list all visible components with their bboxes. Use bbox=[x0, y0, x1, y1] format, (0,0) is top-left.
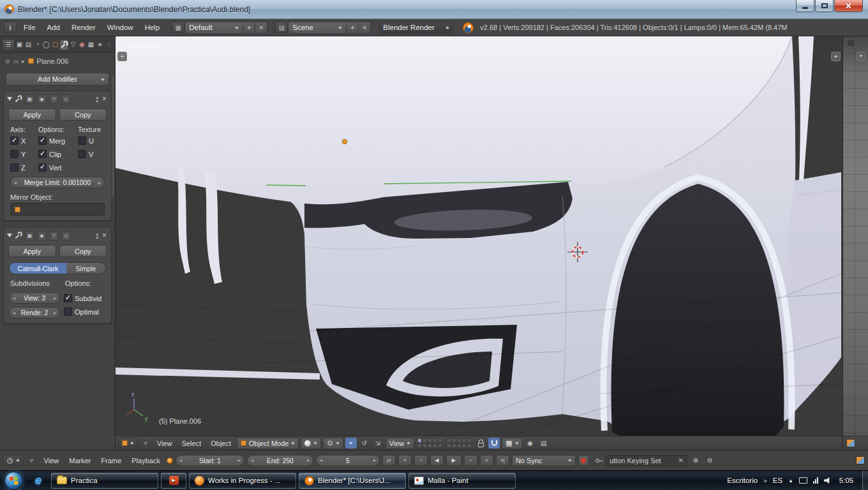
lock-button[interactable] bbox=[475, 438, 486, 449]
menu-help[interactable]: Help bbox=[140, 24, 165, 31]
editor-type-properties-icon[interactable]: ☰ bbox=[2, 39, 15, 50]
properties-tab-object[interactable]: ▢ bbox=[51, 39, 59, 50]
expand-triangle-icon[interactable] bbox=[7, 234, 12, 240]
insert-keyframe-button[interactable]: ⊕ bbox=[690, 455, 701, 466]
desktop-toolbar-label[interactable]: Escritorio bbox=[727, 477, 758, 484]
modifier-view-toggle[interactable]: ◉ bbox=[37, 231, 47, 241]
checkbox-texture-u[interactable]: U bbox=[78, 137, 106, 145]
scene-selector[interactable]: Scene bbox=[288, 22, 347, 34]
opengl-render-anim-button[interactable]: ▤ bbox=[538, 438, 550, 449]
frame-end-field[interactable]: End: 250 bbox=[247, 455, 313, 466]
viewport-menu-object[interactable]: Object bbox=[207, 440, 235, 447]
modifier-render-toggle[interactable]: ▣ bbox=[25, 94, 34, 104]
modifier-cage-toggle[interactable]: ◇ bbox=[61, 94, 71, 104]
modifier-cage-toggle[interactable]: ◇ bbox=[61, 231, 71, 241]
clear-keying-set-icon[interactable]: ✕ bbox=[678, 457, 684, 464]
viewport-shading-selector[interactable] bbox=[301, 438, 321, 449]
modifier-edit-toggle[interactable]: ▽ bbox=[49, 231, 59, 241]
close-button[interactable]: ✕ bbox=[834, 0, 863, 12]
keying-set-icon-button[interactable] bbox=[592, 455, 603, 466]
checkbox-axis-x[interactable]: X bbox=[10, 137, 38, 145]
modifier-close-icon[interactable]: × bbox=[101, 231, 108, 240]
jump-to-start-button[interactable]: |« bbox=[382, 455, 396, 466]
play-reverse-button[interactable]: ◀ bbox=[430, 455, 444, 466]
scene-icon[interactable]: ▤ bbox=[275, 22, 288, 33]
expand-triangle-icon[interactable] bbox=[7, 97, 12, 103]
show-hidden-icons-button[interactable]: ▲ bbox=[788, 478, 793, 484]
manipulator-translate-button[interactable]: + bbox=[345, 438, 357, 449]
language-indicator[interactable]: ES bbox=[773, 477, 782, 484]
checkbox-vertex-groups[interactable]: Vert bbox=[38, 163, 78, 172]
toolbar-chevron-icon[interactable]: » bbox=[763, 477, 767, 484]
screen-layout-selector[interactable]: Default bbox=[184, 22, 243, 34]
viewport-menu-select[interactable]: Select bbox=[178, 440, 206, 447]
checkbox-optimal-display[interactable]: Optimal bbox=[64, 308, 106, 316]
properties-tab-world[interactable]: ◯ bbox=[42, 39, 50, 50]
pivot-point-selector[interactable]: ⊙ bbox=[323, 438, 343, 449]
previous-keyframe-button[interactable]: « bbox=[398, 455, 412, 466]
subsurf-apply-button[interactable]: Apply bbox=[8, 245, 56, 257]
menu-collapse-icon[interactable]: ▿ bbox=[26, 455, 38, 466]
jump-to-end-button[interactable]: »| bbox=[496, 455, 509, 466]
scene-delete-button[interactable]: × bbox=[359, 22, 371, 34]
editor-type-timeline-button[interactable]: ◷ bbox=[3, 455, 24, 466]
pin-icon[interactable]: ⊙ bbox=[5, 58, 10, 64]
volume-icon[interactable] bbox=[824, 477, 831, 484]
mirror-object-selector[interactable] bbox=[10, 203, 105, 216]
merge-limit-field[interactable]: Merge Limit: 0.001000 bbox=[10, 177, 105, 188]
checkbox-axis-y[interactable]: Y bbox=[10, 150, 38, 158]
next-frame-button[interactable]: › bbox=[464, 455, 477, 466]
properties-tab-render[interactable]: ▣ bbox=[15, 39, 24, 50]
menu-window[interactable]: Window bbox=[103, 24, 138, 31]
editor-type-info-icon[interactable]: ℹ bbox=[4, 22, 17, 33]
taskbar-item-internet-explorer[interactable]: e bbox=[28, 472, 49, 489]
timeline-menu-marker[interactable]: Marker bbox=[65, 457, 94, 464]
npanel-expand-icon[interactable]: + bbox=[831, 52, 841, 61]
start-button[interactable] bbox=[2, 471, 26, 490]
checkbox-subdivide-uvs[interactable]: Subdivid bbox=[64, 294, 106, 302]
preview-range-icon[interactable] bbox=[167, 457, 173, 464]
menu-collapse-icon[interactable]: ▿ bbox=[140, 438, 151, 449]
taskbar-item-paint[interactable]: Malla - Paint bbox=[408, 473, 516, 489]
properties-tab-render-layers[interactable]: ▤ bbox=[24, 39, 33, 50]
taskbar-item-blender[interactable]: Blender* [C:\Users\J... bbox=[299, 473, 406, 489]
network-icon[interactable] bbox=[813, 477, 818, 484]
properties-tab-material[interactable]: ◉ bbox=[78, 39, 86, 50]
taskbar-item-practica[interactable]: Practica bbox=[51, 473, 158, 489]
play-button[interactable]: ▶ bbox=[446, 455, 461, 466]
layout-delete-button[interactable]: × bbox=[255, 22, 267, 34]
timeline-menu-frame[interactable]: Frame bbox=[98, 457, 126, 464]
checkbox-clip[interactable]: Clip bbox=[38, 150, 78, 158]
maximize-button[interactable] bbox=[815, 0, 834, 12]
manipulator-rotate-button[interactable]: ↺ bbox=[359, 438, 370, 449]
viewport-menu-view[interactable]: View bbox=[153, 440, 176, 447]
timeline-corner-icon[interactable] bbox=[856, 456, 865, 464]
modifier-render-toggle[interactable]: ▣ bbox=[25, 231, 34, 241]
modifier-edit-toggle[interactable]: ▽ bbox=[49, 94, 59, 104]
properties-tab-modifiers[interactable] bbox=[60, 39, 68, 50]
mode-selector[interactable]: Object Mode bbox=[237, 438, 299, 449]
scene-add-button[interactable]: + bbox=[347, 22, 359, 34]
editor-type-3d-button[interactable] bbox=[118, 438, 138, 449]
clock[interactable]: 5:05 bbox=[837, 477, 856, 484]
catmull-clark-button[interactable]: Catmull-Clark bbox=[10, 263, 66, 274]
timeline-menu-view[interactable]: View bbox=[40, 457, 63, 464]
editor-type-icon-right[interactable] bbox=[846, 439, 855, 447]
checkbox-axis-z[interactable]: Z bbox=[10, 163, 38, 172]
screen-layout-icon[interactable]: ▦ bbox=[172, 22, 184, 33]
panel-scrollbar[interactable] bbox=[112, 76, 114, 197]
next-keyframe-button[interactable]: » bbox=[480, 455, 493, 466]
simple-button[interactable]: Simple bbox=[66, 263, 105, 274]
right-region-widget[interactable] bbox=[847, 39, 855, 47]
checkbox-merge[interactable]: Merg bbox=[38, 137, 78, 145]
show-desktop-button[interactable] bbox=[862, 471, 868, 490]
toolshelf-expand-icon[interactable]: + bbox=[117, 52, 127, 61]
render-engine-selector[interactable]: Blender Render bbox=[378, 22, 454, 34]
menu-render[interactable]: Render bbox=[67, 24, 100, 31]
sync-mode-selector[interactable]: No Sync bbox=[512, 455, 576, 466]
manipulator-scale-button[interactable]: ⇲ bbox=[372, 438, 384, 449]
properties-tab-data[interactable]: ▽ bbox=[69, 39, 77, 50]
properties-tab-physics[interactable]: ◌ bbox=[105, 39, 113, 50]
transform-orientation-selector[interactable]: View bbox=[385, 438, 415, 449]
subsurf-copy-button[interactable]: Copy bbox=[59, 245, 107, 257]
